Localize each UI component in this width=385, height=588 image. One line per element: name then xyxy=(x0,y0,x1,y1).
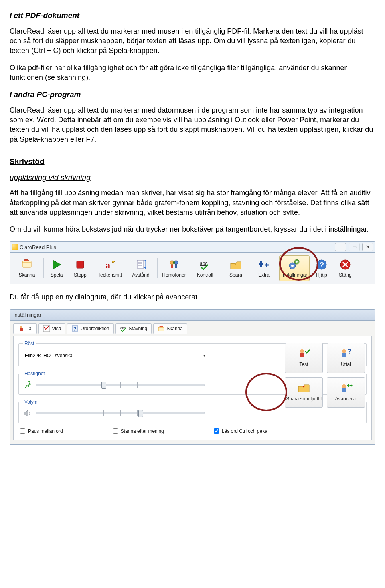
svg-rect-0 xyxy=(22,261,31,267)
check-icon: abc xyxy=(198,258,212,271)
svg-text:a: a xyxy=(105,260,110,270)
toolbar: Skanna Spela Stopp a Teckensnitt xyxy=(10,253,375,284)
skanna-button[interactable]: Skanna xyxy=(12,255,42,281)
svg-rect-25 xyxy=(300,353,304,357)
checkbox-row: Paus mellan ord Stanna efter mening Läs … xyxy=(18,427,367,435)
save-icon xyxy=(229,258,243,271)
extra-icon xyxy=(257,258,271,271)
svg-text:++: ++ xyxy=(347,383,353,388)
homofoner-button[interactable]: Homofoner xyxy=(159,255,189,281)
advanced-icon: ++ xyxy=(339,382,353,394)
checkbox-input[interactable] xyxy=(20,428,25,434)
svg-rect-17 xyxy=(20,328,23,331)
svg-point-23 xyxy=(28,381,30,382)
prediction-icon: ? xyxy=(71,325,79,332)
tal-icon xyxy=(18,325,25,332)
checkbox-input[interactable] xyxy=(113,428,118,434)
btn-label: Spara xyxy=(229,272,242,278)
btn-label: Spela xyxy=(51,272,63,278)
uttal-button[interactable]: ? Uttal xyxy=(327,343,365,373)
tab-ordprediktion[interactable]: ? Ordprediktion xyxy=(67,323,113,334)
installningar-button[interactable]: Inställningar xyxy=(279,255,310,281)
avstand-button[interactable]: Avstånd xyxy=(126,255,156,281)
voice-legend: Röst xyxy=(23,340,36,347)
btn-label: Skanna xyxy=(19,272,35,278)
svg-rect-1 xyxy=(77,261,84,268)
hjalp-button[interactable]: ? Hjälp xyxy=(310,255,333,281)
svg-rect-6 xyxy=(171,265,173,268)
check-label: Paus mellan ord xyxy=(28,428,63,434)
voice-select[interactable]: Elin22k_HQ - svenska ▾ xyxy=(23,350,207,361)
uttal-icon: ? xyxy=(339,348,353,360)
tab-label: Tal xyxy=(26,325,32,332)
close-button[interactable]: ✕ xyxy=(362,243,373,251)
dialog-title-text: Inställningar xyxy=(13,311,41,319)
spara-button[interactable]: Spara xyxy=(221,255,251,281)
window-titlebar: ClaroRead Plus — ▭ ✕ xyxy=(10,241,375,253)
tab-stavning[interactable]: abc Stavning xyxy=(116,323,152,334)
help-icon: ? xyxy=(315,258,328,271)
speed-legend: Hastighet xyxy=(23,370,47,377)
stanna-checkbox[interactable]: Stanna efter mening xyxy=(111,427,164,435)
spara-ljud-button[interactable]: Spara som ljudfil xyxy=(285,377,323,408)
paus-checkbox[interactable]: Paus mellan ord xyxy=(18,427,63,435)
kontroll-button[interactable]: abc Kontroll xyxy=(190,255,220,281)
stopp-button[interactable]: Stopp xyxy=(69,255,92,281)
btn-label: Kontroll xyxy=(197,272,213,278)
svg-rect-7 xyxy=(175,265,177,268)
svg-point-26 xyxy=(342,349,346,353)
btn-label: Test xyxy=(299,361,308,368)
stop-icon xyxy=(73,258,87,271)
volume-legend: Volym xyxy=(23,399,39,405)
btn-label: Stäng xyxy=(339,272,351,278)
slider-thumb[interactable] xyxy=(138,410,143,417)
skriv-p1: Att ha tillgång till uppläsning medan ma… xyxy=(10,188,375,217)
separator xyxy=(43,258,44,278)
font-icon: a xyxy=(103,258,117,271)
svg-point-24 xyxy=(300,349,304,353)
visa-icon xyxy=(43,325,50,332)
window-title-text: ClaroRead Plus xyxy=(20,244,56,251)
play-icon xyxy=(50,258,63,271)
app-icon xyxy=(12,244,18,250)
tab-label: Skanna xyxy=(166,325,183,332)
separator xyxy=(278,258,278,278)
stang-button[interactable]: Stäng xyxy=(334,255,357,281)
volume-slider[interactable] xyxy=(36,412,205,414)
scan-icon xyxy=(20,258,34,271)
maximize-button[interactable]: ▭ xyxy=(349,243,360,251)
tab-label: Stavning xyxy=(129,325,148,332)
spela-button[interactable]: Spela xyxy=(45,255,68,281)
svg-rect-30 xyxy=(342,388,346,392)
test-button[interactable]: Test xyxy=(285,343,323,373)
speed-slider[interactable] xyxy=(36,384,205,386)
separator xyxy=(93,258,93,278)
las-checkbox[interactable]: Läs ord Ctrl och peka xyxy=(212,427,267,435)
svg-rect-3 xyxy=(137,260,144,268)
tab-label: Ordprediktion xyxy=(80,325,109,332)
btn-label: Stopp xyxy=(74,272,86,278)
pdf-heading: I ett PDF-dokument xyxy=(10,10,375,21)
pdf-p2: Olika pdf-filer har olika tillgänglighet… xyxy=(10,63,375,83)
separator xyxy=(157,258,158,278)
tab-tal[interactable]: Tal xyxy=(13,323,37,334)
tabs: Tal Visa ? Ordprediktion abc Stavning xyxy=(13,323,372,333)
check-label: Läs ord Ctrl och peka xyxy=(222,428,267,434)
spacing-icon xyxy=(134,258,148,271)
avancerat-button[interactable]: ++ Avancerat xyxy=(327,377,365,408)
homophones-icon xyxy=(167,258,181,271)
right-buttons: Test ? Uttal Spara som ljudfil ++ xyxy=(285,343,365,408)
tab-skanna[interactable]: Skanna xyxy=(153,323,187,334)
minimize-button[interactable]: — xyxy=(335,243,346,251)
svg-text:?: ? xyxy=(320,261,324,269)
extra-button[interactable]: Extra xyxy=(251,255,276,281)
btn-label: Extra xyxy=(258,272,270,278)
svg-point-12 xyxy=(296,261,298,263)
tab-visa[interactable]: Visa xyxy=(38,323,65,334)
dropdown-arrow-icon: ▾ xyxy=(203,353,205,358)
btn-label: Teckensnitt xyxy=(98,272,122,278)
slider-thumb[interactable] xyxy=(101,382,106,389)
teckensnitt-button[interactable]: a Teckensnitt xyxy=(95,255,125,281)
checkbox-input[interactable] xyxy=(214,428,219,434)
svg-text:?: ? xyxy=(347,348,351,355)
